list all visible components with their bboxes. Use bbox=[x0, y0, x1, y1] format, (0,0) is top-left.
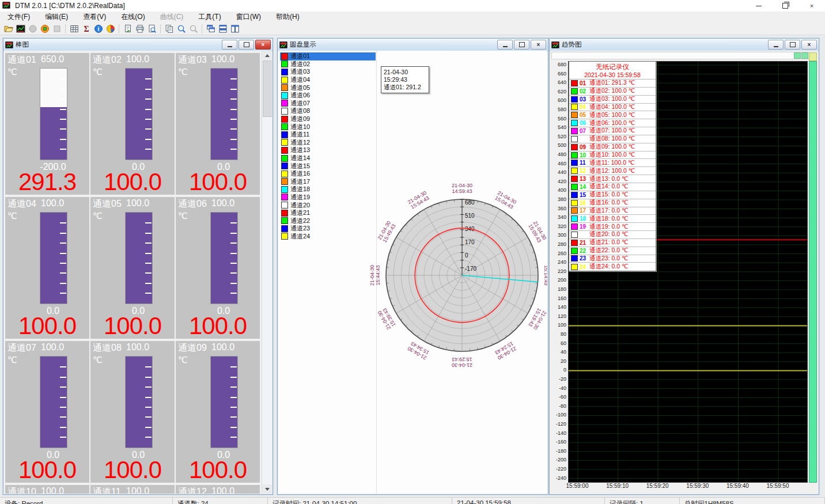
channel-list-item[interactable]: 通道04 bbox=[280, 76, 376, 84]
channel-list-item[interactable]: 通道16 bbox=[280, 170, 376, 178]
channel-list-item[interactable]: 通道19 bbox=[280, 194, 376, 202]
range-max-label: 100.0 bbox=[126, 342, 149, 353]
tick-mark bbox=[230, 377, 237, 378]
menu-window[interactable]: 窗口(W) bbox=[229, 12, 268, 22]
disc-window-content: 通道01通道02通道03通道04通道05通道06通道07通道08通道09通道10… bbox=[278, 51, 547, 494]
bar-close-button[interactable]: × bbox=[255, 40, 271, 50]
bar-minimize-button[interactable] bbox=[222, 40, 237, 50]
disc-restore-button[interactable] bbox=[514, 40, 529, 50]
trend-horizontal-scrollbar[interactable] bbox=[551, 52, 809, 59]
menu-view[interactable]: 查看(V) bbox=[75, 12, 113, 22]
time-axis-label: 21-04-3015:09:43 bbox=[527, 220, 547, 244]
channel-list-item[interactable]: 通道02 bbox=[280, 60, 376, 69]
channel-list-item[interactable]: 通道21 bbox=[280, 209, 376, 217]
range-max-label: 100.0 bbox=[126, 54, 149, 65]
pie-chart-button[interactable] bbox=[104, 23, 116, 35]
disc-close-button[interactable]: × bbox=[531, 40, 546, 50]
trend-close-button[interactable]: × bbox=[801, 40, 817, 50]
channel-list-item[interactable]: 通道09 bbox=[280, 115, 376, 123]
channel-list-item[interactable]: 通道11 bbox=[280, 131, 376, 139]
export-data-button[interactable] bbox=[122, 23, 134, 35]
statistics-button[interactable]: Σ bbox=[80, 23, 92, 35]
scrollbar-square-icon[interactable] bbox=[809, 52, 817, 61]
disc-window-titlebar[interactable]: 圆盘显示 × bbox=[278, 39, 548, 51]
legend-color-swatch bbox=[571, 215, 578, 222]
menu-file[interactable]: 文件(F) bbox=[0, 12, 37, 22]
tile-horizontal-button[interactable] bbox=[217, 23, 229, 35]
unit-label: ℃ bbox=[93, 211, 103, 221]
y-axis-tick-label: 320 bbox=[551, 223, 566, 229]
trend-restore-button[interactable] bbox=[785, 40, 800, 50]
menu-help[interactable]: 帮助(H) bbox=[268, 12, 307, 22]
scrollbar-thumb[interactable] bbox=[263, 60, 272, 117]
scroll-down-button[interactable] bbox=[262, 484, 272, 494]
copy-button[interactable] bbox=[163, 23, 175, 35]
restore-button[interactable] bbox=[772, 0, 798, 12]
channel-list-item[interactable]: 通道22 bbox=[280, 217, 376, 225]
scroll-up-button[interactable] bbox=[262, 51, 272, 60]
disc-window-title: 圆盘显示 bbox=[290, 40, 496, 49]
bar-fill bbox=[126, 357, 152, 448]
range-max-label: 100.0 bbox=[41, 486, 64, 494]
bar-track bbox=[40, 356, 67, 448]
scrollbar-square-icon[interactable] bbox=[801, 52, 808, 59]
info-button[interactable]: i bbox=[92, 23, 104, 35]
zoom-out-button bbox=[187, 23, 199, 35]
channel-list-item[interactable]: 通道01 bbox=[280, 52, 376, 60]
y-axis-tick-label: 460 bbox=[551, 161, 566, 166]
record-start-button[interactable] bbox=[39, 23, 51, 35]
channel-list-item[interactable]: 通道12 bbox=[280, 139, 376, 147]
bar-fill bbox=[126, 213, 152, 304]
cascade-windows-button[interactable] bbox=[205, 23, 217, 35]
bar-vertical-scrollbar[interactable] bbox=[262, 51, 272, 494]
print-preview-button[interactable] bbox=[146, 23, 158, 35]
minimize-button[interactable] bbox=[745, 0, 772, 12]
close-button[interactable]: × bbox=[798, 0, 825, 12]
channel-list-item[interactable]: 通道13 bbox=[280, 146, 376, 154]
unit-label: ℃ bbox=[178, 355, 188, 365]
menu-edit[interactable]: 编辑(E) bbox=[37, 12, 75, 22]
channel-list-item[interactable]: 通道17 bbox=[280, 178, 376, 186]
channel-list-item[interactable]: 通道18 bbox=[280, 185, 376, 194]
bar-restore-button[interactable] bbox=[239, 40, 254, 50]
scrollbar-square-icon[interactable] bbox=[794, 52, 801, 59]
tick-mark bbox=[60, 397, 66, 398]
channel-list-item[interactable]: 通道05 bbox=[280, 84, 376, 92]
channel-list-item[interactable]: 通道08 bbox=[280, 107, 376, 115]
legend-channel-value: 通道21: 0.0 ℃ bbox=[589, 238, 629, 247]
channel-list-item[interactable]: 通道14 bbox=[280, 154, 376, 162]
tick-mark bbox=[145, 253, 152, 254]
tick-mark bbox=[60, 222, 66, 223]
bar-gauge-cell: 通道06100.0℃0.0100.0 bbox=[176, 197, 260, 339]
channel-list-item[interactable]: 通道03 bbox=[280, 68, 376, 76]
disc-minimize-button[interactable] bbox=[497, 40, 513, 50]
menu-tools[interactable]: 工具(T) bbox=[191, 12, 228, 22]
arrow-down-icon bbox=[265, 488, 270, 491]
channel-list-item[interactable]: 通道15 bbox=[280, 162, 376, 170]
trend-window-titlebar[interactable]: 趋势图 × bbox=[550, 39, 819, 51]
trend-vertical-scrollbar[interactable] bbox=[809, 61, 817, 483]
zoom-in-button[interactable] bbox=[175, 23, 187, 35]
open-file-button[interactable] bbox=[2, 23, 14, 35]
tile-vertical-button[interactable] bbox=[229, 23, 241, 35]
realtime-chart-button[interactable] bbox=[14, 23, 27, 35]
channel-list-item[interactable]: 通道06 bbox=[280, 92, 376, 100]
data-table-button[interactable] bbox=[68, 23, 80, 35]
trend-minimize-button[interactable] bbox=[768, 40, 784, 50]
channel-list-item[interactable]: 通道24 bbox=[280, 233, 376, 241]
legend-color-swatch bbox=[571, 112, 578, 118]
titlebar[interactable]: DTM 2.0.1 [C:\DTM 2.0.2\RealData] × bbox=[0, 0, 825, 12]
value-readout: 100.0 bbox=[176, 312, 260, 340]
zoom-icon bbox=[177, 24, 186, 33]
channel-list-item[interactable]: 通道10 bbox=[280, 123, 376, 131]
tick-mark bbox=[145, 437, 152, 438]
channel-list-item[interactable]: 通道07 bbox=[280, 100, 376, 108]
legend-channel-value: 通道17: 0.0 ℃ bbox=[589, 207, 629, 215]
channel-list-item[interactable]: 通道20 bbox=[280, 201, 376, 209]
channel-list-item[interactable]: 通道23 bbox=[280, 225, 376, 233]
legend-channel-value: 通道14: 0.0 ℃ bbox=[589, 183, 629, 191]
bar-window-titlebar[interactable]: 棒图 × bbox=[3, 39, 273, 51]
print-button[interactable] bbox=[134, 23, 146, 35]
y-axis-tick-label: 440 bbox=[551, 169, 566, 175]
menu-online[interactable]: 在线(O) bbox=[113, 12, 152, 22]
